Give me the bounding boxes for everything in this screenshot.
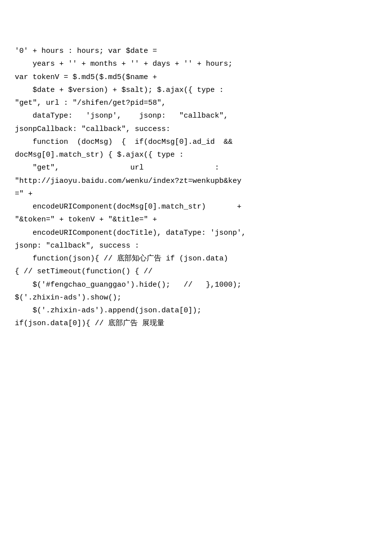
code-container: '0' + hours : hours; var $date = years +… (0, 0, 392, 363)
code-block: '0' + hours : hours; var $date = years +… (15, 45, 377, 331)
